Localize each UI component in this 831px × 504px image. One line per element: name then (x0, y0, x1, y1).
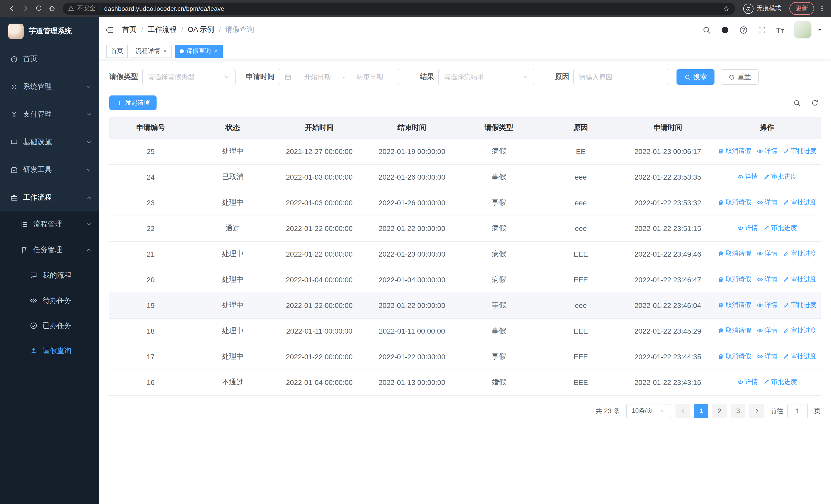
create-leave-button[interactable]: 发起请假 (109, 95, 156, 110)
github-link[interactable] (720, 25, 729, 34)
table-toolbar: 发起请假 (109, 95, 821, 110)
cell-reason: eee (539, 293, 623, 318)
cell-start: 2022-01-03 00:00:00 (274, 190, 365, 215)
cell-status: 处理中 (192, 318, 274, 344)
reason-input[interactable] (579, 73, 664, 81)
avatar-caret[interactable] (816, 27, 823, 33)
cell-status: 处理中 (192, 344, 274, 369)
browser-reload-button[interactable] (32, 2, 45, 15)
collapse-sidebar-button[interactable] (105, 25, 114, 34)
browser-menu-button[interactable] (818, 5, 826, 12)
approval-progress-link[interactable]: 审批进度 (782, 326, 816, 335)
sidebar-item-workflow[interactable]: 工作流程 (0, 184, 99, 211)
sidebar-item-infra[interactable]: 基础设施 (0, 128, 99, 156)
approval-progress-link[interactable]: 审批进度 (763, 173, 797, 181)
tab-close-icon[interactable]: × (163, 48, 167, 54)
breadcrumb-item[interactable]: OA 示例 (188, 25, 214, 34)
reason-field-wrap (573, 69, 669, 85)
detail-link[interactable]: 详情 (756, 147, 777, 155)
tab-1[interactable]: 流程详情× (131, 45, 172, 58)
detail-link[interactable]: 详情 (756, 275, 777, 284)
sidebar-item-my-process[interactable]: 我的流程 (0, 263, 99, 288)
page-button-1[interactable]: 1 (694, 404, 708, 418)
detail-link[interactable]: 详情 (756, 326, 777, 335)
approval-progress-link[interactable]: 审批进度 (782, 275, 816, 284)
sidebar-item-payment[interactable]: 支付管理 (0, 100, 99, 128)
table-row: 19处理中2022-01-22 00:00:002022-01-22 00:00… (109, 293, 821, 318)
browser-update-button[interactable]: 更新 (790, 2, 814, 15)
approval-progress-link[interactable]: 审批进度 (782, 198, 816, 207)
approval-progress-link[interactable]: 审批进度 (763, 378, 797, 386)
user-avatar[interactable] (794, 21, 811, 38)
bookmark-star-button[interactable] (723, 5, 730, 12)
fullscreen-button[interactable] (757, 25, 766, 34)
edit-icon (782, 327, 789, 334)
security-status[interactable]: 不安全 (68, 4, 95, 13)
prev-page-button[interactable] (676, 404, 690, 418)
font-size-button[interactable]: TT (776, 25, 784, 34)
sidebar-item-leave-query[interactable]: 请假查询 (0, 338, 99, 363)
search-button[interactable]: 搜索 (677, 69, 715, 85)
help-button[interactable] (739, 25, 748, 34)
tab-close-icon[interactable]: × (213, 48, 218, 54)
edit-icon (763, 225, 770, 232)
tab-0[interactable]: 首页 (106, 45, 128, 58)
cell-reason: eee (539, 190, 623, 215)
detail-link[interactable]: 详情 (737, 173, 758, 181)
page-button-3[interactable]: 3 (731, 404, 745, 418)
sidebar-item-system[interactable]: 系统管理 (0, 73, 99, 100)
detail-link[interactable]: 详情 (756, 198, 777, 207)
page-button-2[interactable]: 2 (712, 404, 727, 418)
approval-progress-link[interactable]: 审批进度 (763, 224, 797, 233)
screen: 不安全 dashboard.yudao.iocoder.cn/bpm/oa/le… (0, 0, 831, 504)
sidebar-item-done-tasks[interactable]: 已办任务 (0, 313, 99, 338)
cancel-leave-link[interactable]: 取消请假 (717, 352, 751, 361)
edit-icon (782, 148, 789, 154)
cell-reason: EEE (539, 267, 623, 293)
approval-progress-link[interactable]: 审批进度 (782, 301, 816, 309)
cancel-leave-link[interactable]: 取消请假 (717, 301, 751, 309)
header-search-button[interactable] (702, 25, 711, 34)
detail-link[interactable]: 详情 (756, 249, 777, 258)
sidebar-item-devtools[interactable]: 研发工具 (0, 156, 99, 184)
browser-back-button[interactable] (5, 2, 19, 15)
browser-forward-button[interactable] (19, 2, 32, 15)
cell-actions: 取消请假详情审批进度 (713, 139, 821, 164)
result-select[interactable]: 请选择流结果 (438, 69, 534, 85)
detail-link[interactable]: 详情 (756, 352, 777, 361)
breadcrumb-item[interactable]: 首页 (122, 25, 137, 34)
apply-time-range-picker[interactable]: 开始日期 - 结束日期 (279, 69, 399, 85)
refresh-table-button[interactable] (811, 99, 819, 107)
reset-button[interactable]: 重置 (721, 69, 758, 85)
cancel-leave-link[interactable]: 取消请假 (717, 147, 751, 155)
sidebar-item-home[interactable]: 首页 (0, 45, 99, 73)
incognito-icon (745, 5, 751, 11)
approval-progress-link[interactable]: 审批进度 (782, 147, 816, 155)
sidebar-menu: 首页系统管理支付管理基础设施研发工具工作流程流程管理任务管理我的流程待办任务已办… (0, 45, 99, 363)
sidebar-item-task-mgmt[interactable]: 任务管理 (0, 237, 99, 263)
toggle-search-button[interactable] (793, 99, 801, 107)
browser-home-button[interactable] (45, 2, 58, 15)
page-content: 请假类型 请选择请假类型 申请时间 开始日期 - 结束日期 (99, 60, 831, 418)
next-page-button[interactable] (749, 404, 764, 418)
goto-page-input[interactable] (787, 404, 808, 418)
detail-link[interactable]: 详情 (737, 378, 758, 386)
breadcrumb-item[interactable]: 工作流程 (148, 25, 177, 34)
cancel-leave-link[interactable]: 取消请假 (717, 198, 751, 207)
cancel-leave-link[interactable]: 取消请假 (717, 275, 751, 284)
tree-icon (21, 220, 28, 228)
address-bar[interactable]: 不安全 dashboard.yudao.iocoder.cn/bpm/oa/le… (63, 2, 735, 14)
cancel-leave-link[interactable]: 取消请假 (717, 249, 751, 258)
cancel-leave-link[interactable]: 取消请假 (717, 326, 751, 335)
approval-progress-link[interactable]: 审批进度 (782, 352, 816, 361)
detail-link[interactable]: 详情 (737, 224, 758, 233)
sidebar-item-todo-tasks[interactable]: 待办任务 (0, 288, 99, 313)
tab-2[interactable]: 请假查询× (175, 45, 223, 58)
chevron-down-icon (86, 84, 92, 90)
sidebar-item-process-mgmt[interactable]: 流程管理 (0, 211, 99, 237)
leave-type-select[interactable]: 请选择请假类型 (142, 69, 236, 85)
page-size-select[interactable]: 10条/页 (626, 404, 671, 418)
detail-link[interactable]: 详情 (756, 301, 777, 309)
cell-actions: 取消请假详情审批进度 (713, 293, 821, 318)
approval-progress-link[interactable]: 审批进度 (782, 249, 816, 258)
